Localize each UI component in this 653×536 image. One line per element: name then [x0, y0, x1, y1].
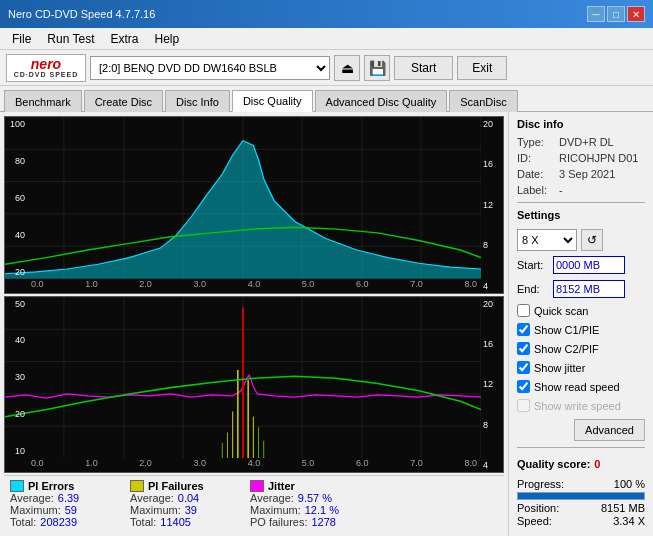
tab-create-disc[interactable]: Create Disc — [84, 90, 163, 112]
pi-failures-label: PI Failures — [148, 480, 204, 492]
jitter-avg-val: 9.57 % — [298, 492, 332, 504]
legend-jitter: Jitter Average: 9.57 % Maximum: 12.1 % P… — [250, 480, 360, 528]
start-mb-label: Start: — [517, 259, 549, 271]
menu-runtest[interactable]: Run Test — [39, 30, 102, 48]
tab-benchmark[interactable]: Benchmark — [4, 90, 82, 112]
info-panel: Disc info Type: DVD+R DL ID: RICOHJPN D0… — [508, 112, 653, 536]
legend-pi-failures: PI Failures Average: 0.04 Maximum: 39 To… — [130, 480, 240, 528]
show-c2pif-checkbox[interactable] — [517, 342, 530, 355]
save-button[interactable]: 💾 — [364, 55, 390, 81]
show-read-label: Show read speed — [534, 381, 620, 393]
settings-refresh-btn[interactable]: ↺ — [581, 229, 603, 251]
position-label: Position: — [517, 502, 559, 514]
close-button[interactable]: ✕ — [627, 6, 645, 22]
show-c2pif-label: Show C2/PIF — [534, 343, 599, 355]
show-c1pie-row: Show C1/PIE — [517, 323, 645, 336]
pi-errors-label: PI Errors — [28, 480, 74, 492]
chart-top: 20 16 12 8 4 100 80 60 40 20 0.0 1.0 2.0… — [4, 116, 504, 294]
progress-val: 100 % — [614, 478, 645, 490]
show-write-checkbox[interactable] — [517, 399, 530, 412]
disc-date-row: Date: 3 Sep 2021 — [517, 168, 645, 180]
start-mb-row: Start: — [517, 256, 645, 274]
disc-label-label: Label: — [517, 184, 555, 196]
menu-file[interactable]: File — [4, 30, 39, 48]
end-mb-row: End: — [517, 280, 645, 298]
jitter-max-label: Maximum: — [250, 504, 301, 516]
pi-failures-color — [130, 480, 144, 492]
menu-help[interactable]: Help — [147, 30, 188, 48]
toolbar: nero CD·DVD SPEED [2:0] BENQ DVD DD DW16… — [0, 50, 653, 86]
show-c1pie-checkbox[interactable] — [517, 323, 530, 336]
pi-errors-total-val: 208239 — [40, 516, 77, 528]
jitter-color — [250, 480, 264, 492]
speed-select[interactable]: 8 X 4 X Max — [517, 229, 577, 251]
pi-errors-total-label: Total: — [10, 516, 36, 528]
menubar: File Run Test Extra Help — [0, 28, 653, 50]
chart-top-left-y: 100 80 60 40 20 — [5, 117, 27, 279]
disc-id-row: ID: RICOHJPN D01 — [517, 152, 645, 164]
app-title: Nero CD-DVD Speed 4.7.7.16 — [8, 8, 155, 20]
drive-select[interactable]: [2:0] BENQ DVD DD DW1640 BSLB — [90, 56, 330, 80]
minimize-button[interactable]: ─ — [587, 6, 605, 22]
nero-logo: nero CD·DVD SPEED — [6, 54, 86, 82]
advanced-button[interactable]: Advanced — [574, 419, 645, 441]
progress-label: Progress: — [517, 478, 564, 490]
progress-bar — [518, 493, 644, 499]
menu-extra[interactable]: Extra — [102, 30, 146, 48]
chart-bottom: 20 16 12 8 4 50 40 30 20 10 0.0 1.0 2.0 … — [4, 296, 504, 474]
legend: PI Errors Average: 6.39 Maximum: 59 Tota… — [4, 475, 504, 532]
show-read-checkbox[interactable] — [517, 380, 530, 393]
disc-id-val: RICOHJPN D01 — [559, 152, 638, 164]
jitter-avg-label: Average: — [250, 492, 294, 504]
show-read-row: Show read speed — [517, 380, 645, 393]
window-controls: ─ □ ✕ — [587, 6, 645, 22]
quick-scan-checkbox[interactable] — [517, 304, 530, 317]
main-content: 20 16 12 8 4 100 80 60 40 20 0.0 1.0 2.0… — [0, 112, 653, 536]
position-val: 8151 MB — [601, 502, 645, 514]
svg-marker-14 — [5, 141, 481, 279]
chart-top-x-axis: 0.0 1.0 2.0 3.0 4.0 5.0 6.0 7.0 8.0 — [27, 279, 481, 293]
eject-button[interactable]: ⏏ — [334, 55, 360, 81]
end-mb-field[interactable] — [553, 280, 625, 298]
show-write-label: Show write speed — [534, 400, 621, 412]
jitter-max-val: 12.1 % — [305, 504, 339, 516]
speed-row: Speed: 3.34 X — [517, 515, 645, 527]
titlebar: Nero CD-DVD Speed 4.7.7.16 ─ □ ✕ — [0, 0, 653, 28]
chart-bottom-left-y: 50 40 30 20 10 — [5, 297, 27, 459]
tab-scandisc[interactable]: ScanDisc — [449, 90, 517, 112]
progress-section: Progress: 100 % Position: 8151 MB Speed:… — [517, 478, 645, 528]
pi-failures-avg-label: Average: — [130, 492, 174, 504]
start-button[interactable]: Start — [394, 56, 453, 80]
disc-info-title: Disc info — [517, 118, 645, 130]
show-jitter-label: Show jitter — [534, 362, 585, 374]
quick-scan-label: Quick scan — [534, 305, 588, 317]
speed-settings: 8 X 4 X Max ↺ — [517, 229, 645, 251]
maximize-button[interactable]: □ — [607, 6, 625, 22]
jitter-label: Jitter — [268, 480, 295, 492]
tab-disc-quality[interactable]: Disc Quality — [232, 90, 313, 112]
progress-row: Progress: 100 % — [517, 478, 645, 490]
pi-failures-total-val: 11405 — [160, 516, 191, 528]
pi-errors-avg-label: Average: — [10, 492, 54, 504]
disc-type-row: Type: DVD+R DL — [517, 136, 645, 148]
quality-score-val: 0 — [594, 458, 600, 470]
disc-label-row: Label: - — [517, 184, 645, 196]
tab-disc-info[interactable]: Disc Info — [165, 90, 230, 112]
disc-date-val: 3 Sep 2021 — [559, 168, 615, 180]
disc-id-label: ID: — [517, 152, 555, 164]
pi-errors-max-val: 59 — [65, 504, 77, 516]
pi-failures-max-val: 39 — [185, 504, 197, 516]
pi-errors-avg-val: 6.39 — [58, 492, 79, 504]
show-jitter-row: Show jitter — [517, 361, 645, 374]
pi-failures-avg-val: 0.04 — [178, 492, 199, 504]
position-row: Position: 8151 MB — [517, 502, 645, 514]
exit-button[interactable]: Exit — [457, 56, 507, 80]
tab-advanced-disc-quality[interactable]: Advanced Disc Quality — [315, 90, 448, 112]
quality-score-label: Quality score: — [517, 458, 590, 470]
start-mb-field[interactable] — [553, 256, 625, 274]
show-c2pif-row: Show C2/PIF — [517, 342, 645, 355]
show-jitter-checkbox[interactable] — [517, 361, 530, 374]
pi-failures-total-label: Total: — [130, 516, 156, 528]
speed-label: Speed: — [517, 515, 552, 527]
po-failures-label: PO failures: — [250, 516, 307, 528]
